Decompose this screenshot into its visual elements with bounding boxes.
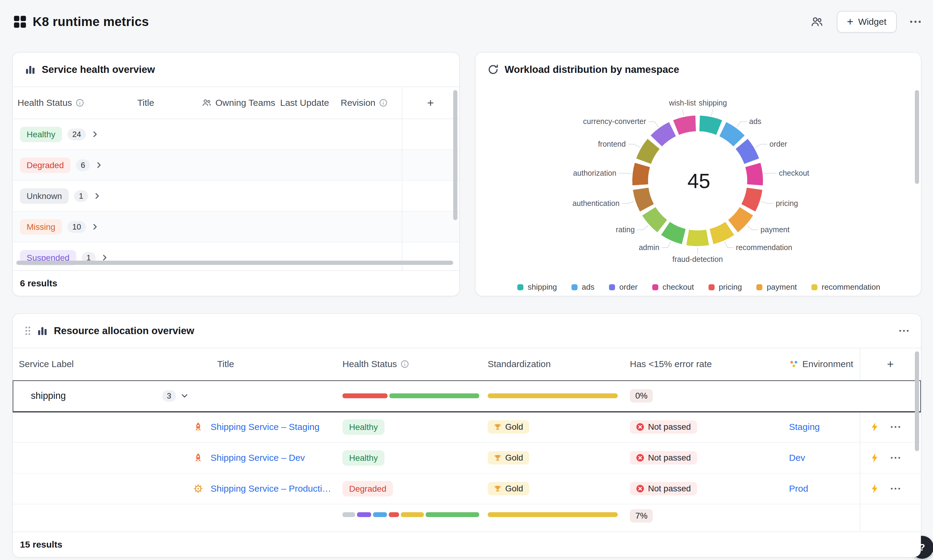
column-owning-teams[interactable]: Owning Teams: [202, 98, 280, 108]
service-link[interactable]: Shipping Service – Producti…: [211, 483, 331, 494]
service-link[interactable]: Shipping Service – Dev: [211, 453, 305, 463]
table-row[interactable]: Shipping Service – Dev Healthy Gold Not …: [13, 443, 921, 474]
donut-segment-authentication[interactable]: [641, 189, 647, 208]
label-leader-line: [747, 225, 758, 230]
column-title[interactable]: Title: [193, 359, 342, 369]
info-icon[interactable]: [379, 98, 388, 107]
group-row-partial[interactable]: 7%: [13, 505, 921, 530]
chevron-right-icon[interactable]: [91, 131, 99, 138]
table-row[interactable]: Degraded 6: [13, 150, 459, 181]
card-title: Resource allocation overview: [54, 325, 194, 337]
legend-item[interactable]: pricing: [708, 282, 742, 292]
lightning-icon[interactable]: [871, 453, 879, 463]
lightning-icon[interactable]: [871, 483, 879, 494]
donut-segment-ads[interactable]: [723, 129, 739, 141]
vertical-scrollbar[interactable]: [915, 351, 919, 451]
donut-segment-admin[interactable]: [665, 229, 684, 237]
donut-segment-fraud-detection[interactable]: [688, 237, 708, 238]
donut-segment-recommendation[interactable]: [711, 229, 730, 237]
drag-handle-icon[interactable]: [25, 326, 31, 335]
legend-swatch: [517, 284, 523, 290]
column-last-update[interactable]: Last Update: [280, 98, 341, 108]
table-widget-icon: [25, 64, 36, 75]
column-label: Has <15% error rate: [630, 359, 712, 369]
group-row-shipping[interactable]: shipping 3 0%: [13, 380, 921, 412]
horizontal-scrollbar[interactable]: [16, 261, 453, 265]
donut-segment-shipping[interactable]: [700, 123, 719, 128]
row-menu-icon[interactable]: [891, 457, 900, 459]
donut-segment-payment[interactable]: [733, 211, 746, 226]
vertical-scrollbar[interactable]: [453, 90, 457, 220]
namespace-donut-chart: shippingadsordercheckoutpricingpaymentre…: [476, 86, 922, 274]
lightning-icon[interactable]: [871, 422, 879, 432]
chevron-right-icon[interactable]: [95, 162, 103, 169]
label-leader-line: [755, 144, 767, 148]
environment-link[interactable]: Dev: [789, 453, 805, 463]
service-health-table-header: Health Status Title Owning Teams Last Up…: [13, 86, 459, 119]
donut-legend: shippingadsordercheckoutpricingpaymentre…: [476, 282, 922, 292]
legend-item[interactable]: shipping: [517, 282, 557, 292]
legend-item[interactable]: checkout: [652, 282, 694, 292]
legend-item[interactable]: payment: [756, 282, 797, 292]
share-users-button[interactable]: [810, 15, 824, 28]
count-badge: 10: [68, 221, 86, 233]
donut-svg[interactable]: shippingadsordercheckoutpricingpaymentre…: [476, 86, 922, 274]
service-link[interactable]: Shipping Service – Staging: [211, 422, 319, 432]
donut-segment-frontend[interactable]: [644, 144, 653, 161]
column-environment[interactable]: Environment: [789, 359, 860, 369]
column-label: Environment: [802, 359, 853, 369]
people-icon: [810, 15, 824, 28]
table-row[interactable]: Unknown 1: [13, 181, 459, 212]
column-label: Last Update: [280, 98, 329, 108]
card-menu-button[interactable]: [899, 329, 909, 332]
donut-segment-currency-converter[interactable]: [656, 129, 672, 141]
donut-segment-checkout[interactable]: [753, 165, 755, 185]
info-icon[interactable]: [400, 360, 409, 368]
table-row[interactable]: Shipping Service – Producti… Degraded Go…: [13, 474, 921, 505]
add-column-button[interactable]: +: [860, 358, 921, 371]
column-health-status[interactable]: Health Status: [17, 98, 137, 108]
row-menu-icon[interactable]: [891, 488, 900, 490]
column-error-rate[interactable]: Has <15% error rate: [630, 359, 789, 369]
error-rate-label: Not passed: [648, 422, 691, 432]
column-revision[interactable]: Revision: [341, 98, 402, 108]
environment-link[interactable]: Staging: [789, 422, 820, 432]
column-standardization[interactable]: Standardization: [488, 359, 630, 369]
standardization-badge: Gold: [488, 451, 529, 465]
row-menu-icon[interactable]: [891, 426, 900, 428]
environment-link[interactable]: Prod: [789, 483, 808, 494]
column-health-status[interactable]: Health Status: [342, 359, 488, 369]
kebab-icon: [899, 329, 909, 332]
add-widget-button[interactable]: + Widget: [837, 11, 897, 33]
status-badge: Unknown: [20, 188, 69, 204]
standardization-label: Gold: [505, 422, 523, 432]
label-leader-line: [628, 144, 640, 148]
column-service-label[interactable]: Service Label: [19, 359, 193, 369]
legend-item[interactable]: order: [609, 282, 638, 292]
legend-item[interactable]: recommendation: [811, 282, 881, 292]
error-rate-badge: Not passed: [630, 420, 697, 434]
group-label: shipping: [31, 390, 66, 401]
chevron-right-icon[interactable]: [91, 223, 99, 231]
legend-item[interactable]: ads: [571, 282, 594, 292]
donut-segment-wish-list[interactable]: [676, 123, 696, 128]
header-menu-button[interactable]: [910, 20, 921, 23]
add-column-button[interactable]: +: [402, 97, 459, 109]
donut-segment-rating[interactable]: [649, 211, 662, 226]
donut-segment-order[interactable]: [742, 144, 752, 161]
vertical-scrollbar[interactable]: [915, 90, 919, 184]
chevron-down-icon[interactable]: [181, 392, 188, 400]
error-rate-badge: 0%: [630, 389, 653, 403]
table-row[interactable]: Missing 10: [13, 212, 459, 243]
chevron-right-icon[interactable]: [94, 192, 101, 200]
donut-segment-pricing[interactable]: [748, 189, 754, 208]
column-title[interactable]: Title: [137, 98, 202, 108]
info-icon[interactable]: [75, 98, 84, 107]
donut-segment-authorization[interactable]: [640, 165, 642, 185]
table-row[interactable]: Shipping Service – Staging Healthy Gold …: [13, 412, 921, 443]
group-health-bar: [342, 393, 479, 398]
table-row[interactable]: Healthy 24: [13, 119, 459, 150]
app-header: K8 runtime metrics + Widget: [13, 8, 921, 35]
chevron-right-icon[interactable]: [101, 254, 108, 261]
label-leader-line: [682, 109, 684, 116]
